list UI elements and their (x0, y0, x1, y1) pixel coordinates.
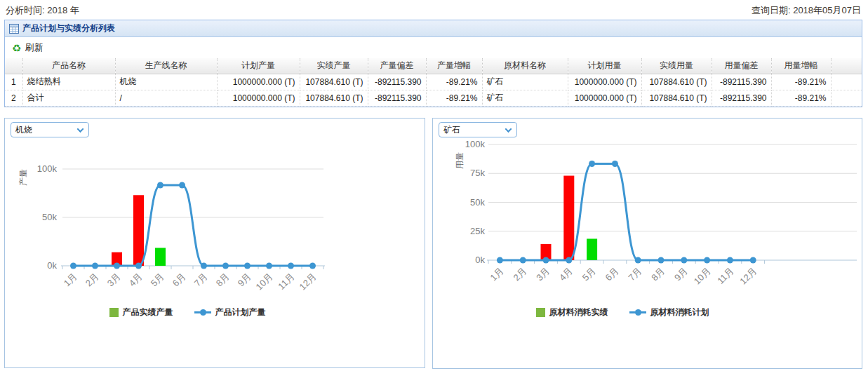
x-tick-label: 5月 (149, 271, 166, 289)
page: 分析时间: 2018 年 查询日期: 2018年05月07日 产品计划与实绩分析… (0, 0, 868, 385)
panel-title: 产品计划与实绩分析列表 (22, 22, 115, 34)
y-tick-label: 0k (475, 255, 485, 265)
line-point (635, 257, 641, 264)
column-header-spacer (5, 58, 22, 74)
analysis-time-label: 分析时间: (6, 5, 45, 15)
refresh-label: 刷新 (25, 41, 43, 54)
y-axis-name: 用量 (455, 152, 465, 169)
table-cell: -892115.390 (368, 74, 426, 90)
column-header[interactable]: 生产线名称 (115, 58, 217, 74)
x-tick-label: 2月 (84, 271, 101, 289)
x-tick-label: 5月 (580, 266, 598, 283)
line-point (612, 161, 618, 167)
table-cell: 1000000.000 (T) (217, 90, 300, 106)
row-spacer (831, 90, 862, 106)
table-row[interactable]: 1烧结熟料机烧1000000.000 (T)107884.610 (T)-892… (5, 74, 862, 90)
x-tick-label: 4月 (127, 271, 145, 289)
line-point (704, 257, 710, 264)
line-point (288, 263, 294, 269)
bar (563, 176, 574, 260)
line-point (497, 257, 503, 264)
table-cell: -89.21% (771, 90, 831, 106)
raw-material-select-value: 矿石 (443, 124, 506, 136)
column-header[interactable]: 产品名称 (22, 58, 115, 74)
legend-item-actual-consumption[interactable]: 原材料消耗实绩 (536, 306, 608, 318)
line-point (201, 263, 207, 269)
plan-line (500, 164, 753, 260)
x-tick-label: 7月 (626, 266, 643, 283)
column-header[interactable]: 用量增幅 (771, 58, 831, 74)
column-header[interactable]: 用量偏差 (712, 58, 771, 74)
x-tick-label: 10月 (254, 271, 275, 292)
line-point (222, 263, 229, 269)
raw-material-select[interactable]: 矿石 (439, 122, 517, 137)
material-chart-legend: 原材料消耗实绩 原材料消耗计划 (433, 306, 812, 318)
y-tick-label: 25k (470, 226, 485, 236)
table-grid-icon (9, 24, 19, 34)
panel-header: 产品计划与实绩分析列表 (5, 20, 862, 37)
x-tick-label: 2月 (511, 266, 528, 283)
table-cell: 1000000.000 (T) (568, 90, 641, 106)
column-header[interactable]: 计划用量 (568, 58, 641, 74)
x-tick-label: 6月 (171, 271, 188, 289)
table-cell: 1000000.000 (T) (568, 74, 641, 90)
table-cell: -89.21% (771, 74, 831, 90)
legend-label: 原材料消耗实绩 (549, 306, 608, 318)
production-line-select[interactable]: 机烧 (11, 122, 89, 137)
query-date-label: 查询日期: (752, 5, 791, 15)
x-tick-label: 11月 (276, 271, 296, 292)
table-cell: 107884.610 (T) (641, 90, 712, 106)
analysis-time-value: 2018 年 (47, 5, 79, 15)
column-header[interactable]: 原材料名称 (482, 58, 568, 74)
line-point (70, 263, 76, 269)
material-chart: 0k25k50k75k100k用量1月2月3月4月5月6月7月8月9月10月11… (433, 138, 862, 306)
bar (155, 248, 166, 266)
column-header[interactable]: 计划产量 (217, 58, 300, 74)
query-date: 查询日期: 2018年05月07日 (752, 4, 861, 17)
table-cell: -892115.390 (712, 90, 771, 106)
table-cell: -89.21% (426, 90, 482, 106)
refresh-icon: ♻ (12, 43, 21, 53)
x-tick-label: 10月 (692, 266, 713, 287)
column-header[interactable]: 产量增幅 (426, 58, 482, 74)
legend-item-planned-output[interactable]: 产品计划产量 (194, 306, 266, 318)
table-cell: 合计 (22, 90, 115, 106)
table-cell: 107884.610 (T) (641, 74, 712, 90)
production-line-select-value: 机烧 (15, 124, 78, 136)
refresh-button[interactable]: ♻ 刷新 (12, 41, 43, 54)
column-header[interactable]: 实绩产量 (300, 58, 368, 74)
table-cell: -89.21% (426, 74, 482, 90)
line-point (681, 257, 687, 264)
chevron-down-icon (77, 126, 84, 133)
line-point (750, 257, 756, 264)
chevron-down-icon (505, 126, 512, 133)
plan-line (74, 185, 313, 266)
table-cell: 机烧 (115, 74, 217, 90)
y-tick-label: 100k (37, 163, 58, 174)
line-point (589, 161, 595, 167)
legend-item-planned-consumption[interactable]: 原材料消耗计划 (629, 306, 709, 318)
row-spacer (831, 74, 862, 90)
legend-label: 产品实绩产量 (123, 306, 173, 318)
table-row[interactable]: 2合计/1000000.000 (T)107884.610 (T)-892115… (5, 90, 862, 106)
x-tick-label: 9月 (672, 266, 690, 283)
line-point (658, 257, 665, 264)
production-chart-legend: 产品实绩产量 产品计划产量 (5, 306, 370, 318)
bar (133, 195, 144, 266)
column-header[interactable]: 产量偏差 (368, 58, 426, 74)
table-cell: 1000000.000 (T) (217, 74, 300, 90)
x-tick-label: 3月 (534, 266, 552, 283)
y-axis-name: 产量 (18, 169, 28, 186)
y-tick-label: 50k (42, 212, 57, 222)
legend-label: 产品计划产量 (215, 306, 266, 318)
legend-item-actual-output[interactable]: 产品实绩产量 (109, 306, 173, 318)
analysis-table: 产品名称生产线名称计划产量实绩产量产量偏差产量增幅原材料名称计划用量实绩用量用量… (5, 58, 862, 107)
x-tick-label: 8月 (649, 266, 667, 283)
table-cell: 107884.610 (T) (300, 90, 368, 106)
table-cell: 矿石 (482, 74, 568, 90)
y-tick-label: 0k (47, 260, 57, 271)
table-cell: -892115.390 (712, 74, 771, 90)
column-header[interactable]: 实绩用量 (641, 58, 712, 74)
line-point (92, 263, 98, 269)
material-chart-panel: 矿石 0k25k50k75k100k用量1月2月3月4月5月6月7月8月9月10… (432, 118, 862, 369)
